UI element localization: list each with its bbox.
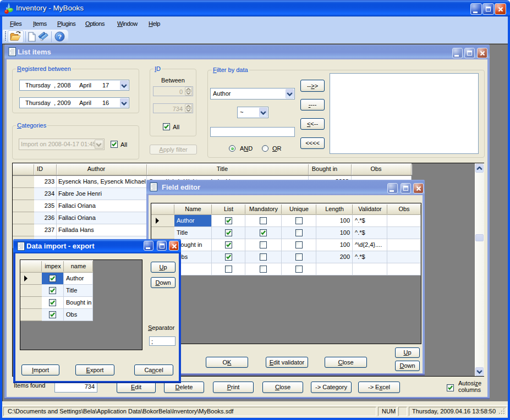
- svg-text:?: ?: [58, 34, 62, 40]
